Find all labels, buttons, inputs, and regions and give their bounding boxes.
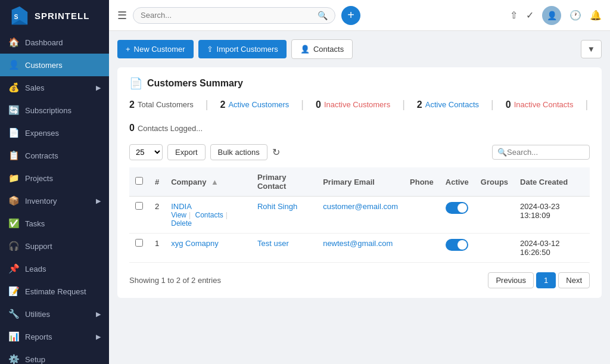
share-icon[interactable]: ⇧ — [510, 10, 518, 21]
next-button[interactable]: Next — [558, 272, 590, 288]
nav-label-tasks: Tasks — [25, 219, 45, 228]
row-contact: Rohit Singh — [251, 197, 317, 234]
row-checkbox[interactable] — [129, 234, 149, 263]
pagination-bar: Showing 1 to 2 of 2 entries Previous 1 N… — [129, 272, 590, 288]
col-checkbox — [129, 167, 149, 197]
document-icon: 📄 — [129, 77, 142, 90]
new-customer-button[interactable]: + New Customer — [117, 40, 194, 58]
action-bar: + New Customer ⇧ Import Customers 👤 Cont… — [117, 39, 602, 59]
stat-active-customers: 2 Active Customers — [220, 99, 290, 110]
sidebar-item-contracts[interactable]: 📋 Contracts — [0, 144, 109, 167]
content-area: + New Customer ⇧ Import Customers 👤 Cont… — [109, 31, 610, 364]
row-date-created: 2024-03-23 13:18:09 — [514, 197, 590, 234]
action-view-link[interactable]: View — [171, 211, 186, 219]
sidebar-item-reports[interactable]: 📊 Reports ▶ — [0, 325, 109, 348]
export-button[interactable]: Export — [167, 144, 206, 160]
notifications-icon[interactable]: 🔔 — [590, 10, 602, 21]
action-delete-link[interactable]: Delete — [171, 219, 192, 228]
check-icon[interactable]: ✓ — [526, 10, 534, 21]
sidebar-item-support[interactable]: 🎧 Support — [0, 235, 109, 257]
nav-icon-estimate-request: 📝 — [8, 286, 19, 297]
nav-icon-customers: 👤 — [8, 60, 19, 70]
avatar[interactable]: 👤 — [542, 6, 561, 25]
filter-button[interactable]: ▼ — [581, 40, 602, 58]
sidebar-item-expenses[interactable]: 📄 Expenses — [0, 122, 109, 144]
col-company[interactable]: Company ▲ — [165, 167, 251, 197]
active-toggle[interactable] — [446, 202, 468, 214]
import-customers-button[interactable]: ⇧ Import Customers — [198, 40, 287, 58]
refresh-button[interactable]: ↻ — [272, 147, 280, 158]
sidebar-item-utilities[interactable]: 🔧 Utilities ▶ — [0, 303, 109, 325]
company-link[interactable]: xyg Comapny — [171, 239, 218, 248]
nav-arrow-reports: ▶ — [96, 333, 101, 341]
table-search-input[interactable] — [507, 148, 584, 157]
row-groups — [475, 234, 514, 263]
nav-arrow-sales: ▶ — [96, 84, 101, 92]
sidebar-item-projects[interactable]: 📁 Projects — [0, 167, 109, 189]
search-icon: 🔍 — [318, 11, 328, 20]
col-date-created: Date Created — [514, 167, 590, 197]
nav-label-estimate-request: Estimate Request — [25, 287, 86, 296]
svg-text:S: S — [14, 14, 18, 20]
row-id: 1 — [149, 234, 165, 263]
plus-icon: + — [126, 45, 130, 54]
nav-label-utilities: Utilities — [25, 310, 50, 319]
nav-icon-sales: 💰 — [8, 82, 19, 93]
per-page-select[interactable]: 25 50 100 — [129, 144, 163, 160]
logo-icon: S — [7, 4, 30, 27]
company-link[interactable]: INDIA — [171, 202, 192, 211]
showing-text: Showing 1 to 2 of 2 entries — [129, 276, 221, 285]
nav-label-sales: Sales — [25, 83, 45, 92]
email-link[interactable]: newtest@gmail.com — [323, 239, 393, 248]
email-link[interactable]: customer@email.com — [323, 202, 398, 211]
summary-card: 📄 Customers Summary 2 Total Customers | … — [117, 67, 602, 298]
table-search-icon: 🔍 — [497, 148, 507, 157]
sidebar-item-tasks[interactable]: ✅ Tasks — [0, 212, 109, 235]
row-select-checkbox[interactable] — [135, 239, 143, 247]
table-row: 1 xyg Comapny Test user newtest@gmail.co… — [129, 234, 590, 263]
topbar: ☰ 🔍 + ⇧ ✓ 👤 🕐 🔔 — [109, 0, 610, 31]
sidebar-item-inventory[interactable]: 📦 Inventory ▶ — [0, 189, 109, 212]
row-select-checkbox[interactable] — [135, 202, 143, 210]
clock-icon[interactable]: 🕐 — [569, 10, 581, 21]
bulk-actions-button[interactable]: Bulk actions — [210, 144, 267, 160]
row-active[interactable] — [440, 234, 475, 263]
row-actions: View| Contacts| Delete — [171, 211, 245, 228]
nav-label-dashboard: Dashboard — [25, 38, 63, 47]
page-1-button[interactable]: 1 — [536, 272, 556, 288]
hamburger-button[interactable]: ☰ — [117, 9, 127, 22]
contact-link[interactable]: Test user — [257, 239, 289, 248]
nav-label-contracts: Contracts — [25, 151, 58, 160]
row-groups — [475, 197, 514, 234]
sidebar: S SPRINTELL 🏠 Dashboard 👤 Customers 💰 Sa… — [0, 0, 109, 364]
add-button[interactable]: + — [341, 6, 360, 25]
row-email: newtest@gmail.com — [317, 234, 404, 263]
nav-icon-reports: 📊 — [8, 331, 19, 342]
contact-icon: 👤 — [300, 45, 310, 54]
prev-button[interactable]: Previous — [488, 272, 534, 288]
sidebar-item-leads[interactable]: 📌 Leads — [0, 257, 109, 280]
search-input[interactable] — [141, 11, 318, 20]
sidebar-item-sales[interactable]: 💰 Sales ▶ — [0, 76, 109, 99]
sidebar-item-customers[interactable]: 👤 Customers — [0, 54, 109, 76]
row-checkbox[interactable] — [129, 197, 149, 234]
customers-table: # Company ▲ Primary Contact Primary Emai… — [129, 167, 590, 263]
nav-label-subscriptions: Subscriptions — [25, 106, 71, 115]
sidebar-item-dashboard[interactable]: 🏠 Dashboard — [0, 31, 109, 54]
contacts-button[interactable]: 👤 Contacts — [291, 39, 353, 59]
nav-label-customers: Customers — [25, 61, 63, 70]
col-phone: Phone — [404, 167, 440, 197]
sidebar-nav: 🏠 Dashboard 👤 Customers 💰 Sales ▶ 🔄 Subs… — [0, 31, 109, 364]
nav-label-inventory: Inventory — [25, 197, 57, 206]
sidebar-item-setup[interactable]: ⚙️ Setup — [0, 348, 109, 364]
col-active: Active — [440, 167, 475, 197]
sidebar-item-estimate-request[interactable]: 📝 Estimate Request — [0, 280, 109, 303]
active-toggle[interactable] — [446, 239, 468, 251]
table-row: 2 INDIA View| Contacts| Delete Rohit Sin… — [129, 197, 590, 234]
select-all-checkbox[interactable] — [135, 177, 143, 185]
nav-icon-support: 🎧 — [8, 241, 19, 251]
sidebar-item-subscriptions[interactable]: 🔄 Subscriptions — [0, 99, 109, 122]
contact-link[interactable]: Rohit Singh — [257, 202, 297, 211]
action-contacts-link[interactable]: Contacts — [195, 211, 223, 219]
row-active[interactable] — [440, 197, 475, 234]
